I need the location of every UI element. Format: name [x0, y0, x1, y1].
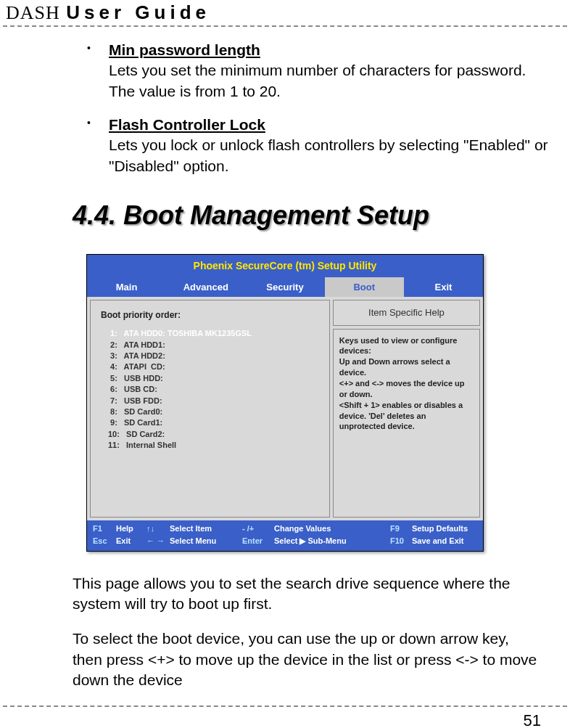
page: DASH User Guide Min password length Lets…	[0, 0, 570, 728]
tab-security[interactable]: Security	[245, 277, 324, 298]
footer-key-f1: F1	[93, 523, 116, 534]
footer-divider	[3, 705, 567, 707]
help-title: Item Specific Help	[333, 300, 480, 326]
boot-list-item[interactable]: 1: ATA HDD0: TOSHIBA MK1235GSL	[108, 328, 322, 339]
tab-boot[interactable]: Boot	[325, 277, 404, 298]
bios-right-panel: Item Specific Help Keys used to view or …	[333, 300, 480, 518]
bios-screenshot-figure: Phoenix SecureCore (tm) Setup Utility Ma…	[86, 254, 484, 552]
boot-priority-label: Boot priority order:	[101, 309, 322, 321]
tab-main[interactable]: Main	[87, 277, 166, 298]
footer-label-help: Help	[116, 523, 146, 534]
bullet-body: Lets you lock or unlock flash controller…	[109, 135, 548, 176]
list-item: Min password length Lets you set the min…	[87, 40, 548, 102]
footer-label-setup-defaults: Setup Defaults	[412, 523, 477, 534]
boot-list-item[interactable]: 2: ATA HDD1:	[108, 340, 322, 351]
footer-key-f10: F10	[390, 536, 412, 547]
tab-exit[interactable]: Exit	[404, 277, 483, 298]
footer-label-save-exit: Save and Exit	[412, 536, 477, 547]
footer-label-change-values: Change Values	[274, 523, 390, 534]
footer-key-f9: F9	[390, 523, 412, 534]
boot-priority-list[interactable]: 1: ATA HDD0: TOSHIBA MK1235GSL 2: ATA HD…	[101, 328, 322, 451]
brand-dash: DASH	[6, 2, 60, 23]
boot-list-item[interactable]: 7: USB FDD:	[108, 396, 322, 406]
bios-body: Boot priority order: 1: ATA HDD0: TOSHIB…	[87, 297, 483, 520]
content-area: Min password length Lets you set the min…	[0, 40, 570, 691]
page-number: 51	[0, 711, 570, 729]
footer-key-updown: ↑↓	[146, 523, 170, 534]
boot-list-item[interactable]: 6: USB CD:	[108, 384, 322, 395]
boot-list-item[interactable]: 11: Internal Shell	[108, 440, 322, 451]
feature-list: Min password length Lets you set the min…	[22, 40, 548, 176]
footer-label-select-menu: Select Menu	[170, 536, 242, 547]
boot-list-item[interactable]: 5: USB HDD:	[108, 373, 322, 384]
bios-footer: F1 Help ↑↓ Select Item - /+ Change Value…	[87, 520, 483, 551]
brand-user-guide: User Guide	[66, 1, 210, 23]
footer-key-enter: Enter	[242, 536, 274, 547]
bullet-body: Lets you set the minimum number of chara…	[109, 60, 548, 102]
footer-label-select-item: Select Item	[170, 523, 242, 534]
footer-key-plusminus: - /+	[242, 523, 274, 534]
bios-title: Phoenix SecureCore (tm) Setup Utility	[87, 255, 483, 277]
bullet-title-flash-lock: Flash Controller Lock	[109, 116, 265, 133]
list-item: Flash Controller Lock Lets you lock or u…	[87, 115, 548, 176]
boot-list-item[interactable]: 10: SD Card2:	[108, 429, 322, 440]
paragraph-instructions: To select the boot device, you can use t…	[73, 629, 548, 690]
footer-key-esc: Esc	[93, 536, 116, 547]
help-body: Keys used to view or configure devices:U…	[333, 329, 480, 518]
boot-list-item[interactable]: 8: SD Card0:	[108, 406, 322, 417]
bios-left-panel: Boot priority order: 1: ATA HDD0: TOSHIB…	[90, 300, 330, 518]
boot-list-item[interactable]: 4: ATAPI CD:	[108, 361, 322, 372]
bios-tab-bar: Main Advanced Security Boot Exit	[87, 277, 483, 298]
section-heading: 4.4. Boot Management Setup	[73, 198, 548, 234]
footer-label-select-submenu: Select ▶ Sub-Menu	[274, 536, 390, 547]
bios-window: Phoenix SecureCore (tm) Setup Utility Ma…	[86, 254, 484, 552]
bullet-title-min-password: Min password length	[109, 41, 260, 58]
footer-key-leftright: ← →	[146, 536, 170, 547]
boot-list-item[interactable]: 3: ATA HDD2:	[108, 351, 322, 361]
header-brand: DASH User Guide	[0, 0, 570, 25]
header-divider	[3, 25, 567, 27]
paragraph-intro: This page allows you to set the search d…	[73, 573, 548, 615]
footer-label-exit: Exit	[116, 536, 146, 547]
boot-list-item[interactable]: 9: SD Card1:	[108, 417, 322, 428]
tab-advanced[interactable]: Advanced	[166, 277, 245, 298]
